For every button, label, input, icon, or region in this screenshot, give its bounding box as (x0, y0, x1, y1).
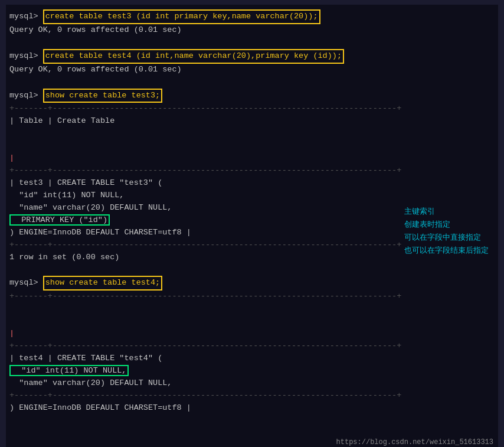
sep-top-1: +-------+-------------------------------… (9, 103, 495, 115)
table-row-2-l5-text: "name" varchar(20) DEFAULT NULL, (9, 377, 172, 390)
command-line-4: mysql> show create table test4; (9, 276, 495, 291)
blank-2 (9, 76, 495, 89)
table-row-1-l3-text: "name" varchar(20) DEFAULT NULL, (9, 202, 172, 214)
cmd-3: show create table test3; (43, 89, 162, 103)
sep-top-text-2: +-------+-------------------------------… (9, 291, 401, 303)
cursor-2: | (9, 328, 14, 340)
sep-top-2: +-------+-------------------------------… (9, 291, 495, 303)
command-line-3: mysql> show create table test3; (9, 89, 495, 103)
table-row-1-l2: "id" int(11) NOT NULL, (9, 190, 495, 202)
table-header-2: | (9, 303, 495, 340)
prompt-1: mysql> (9, 11, 43, 23)
sep-mid-2: +-------+-------------------------------… (9, 340, 495, 353)
annotation-line-4: 也可以在字段结束后指定 (404, 244, 489, 257)
blank-3 (9, 263, 495, 276)
table-row-1-l2-text: "id" int(11) NOT NULL, (9, 190, 124, 202)
blank-1 (9, 37, 495, 49)
prompt-2: mysql> (9, 50, 43, 63)
result-text-1: Query OK, 0 rows affected (0.01 sec) (9, 24, 182, 37)
terminal: mysql> create table test3 (id int primar… (6, 5, 498, 447)
table-row-1-pk-text: PRIMARY KEY ("id") (9, 214, 110, 227)
table-row-1-l1-text: | test3 | CREATE TABLE "test3" ( (9, 177, 162, 190)
table-row-2-pk: "id" int(11) NOT NULL, (9, 365, 495, 377)
sep-mid-1: +-------+-------------------------------… (9, 165, 495, 177)
table-row-2-l3: | test4 | CREATE TABLE "test4" ( (9, 353, 495, 365)
rowcount-text-1: 1 row in set (0.00 sec) (9, 252, 119, 264)
sep-mid-text-1: +-------+-------------------------------… (9, 165, 401, 177)
table-header-1: | Table | Create Table | (9, 115, 495, 165)
command-line-2: mysql> create table test4 (id int,name v… (9, 49, 495, 64)
rowcount-2: ) ENGINE=InnoDB DEFAULT CHARSET=utf8 | (9, 402, 495, 415)
cmd-2: create table test4 (id int,name varchar(… (43, 49, 344, 64)
cmd-4: show create table test4; (43, 276, 162, 291)
sep-bottom-text-2: +-------+-------------------------------… (9, 390, 401, 402)
pk-highlight-2: "id" int(11) NOT NULL, (9, 365, 129, 376)
annotation-block: 主键索引 创建表时指定 可以在字段中直接指定 也可以在字段结束后指定 (404, 205, 489, 257)
table-row-2-l5: "name" varchar(20) DEFAULT NULL, (9, 377, 495, 390)
prompt-3: mysql> (9, 90, 43, 102)
result-line-1: Query OK, 0 rows affected (0.01 sec) (9, 24, 495, 37)
result-line-2: Query OK, 0 rows affected (0.01 sec) (9, 64, 495, 76)
pk-highlight-1: PRIMARY KEY ("id") (9, 214, 110, 226)
rowcount-text-2: ) ENGINE=InnoDB DEFAULT CHARSET=utf8 | (9, 402, 191, 415)
sep-text-1: +-------+-------------------------------… (9, 103, 401, 115)
table-row-2-pk-text: "id" int(11) NOT NULL, (9, 365, 129, 377)
prompt-4: mysql> (9, 277, 43, 289)
table-row-1-l5-text: ) ENGINE=InnoDB DEFAULT CHARSET=utf8 | (9, 227, 191, 239)
command-line-1: mysql> create table test3 (id int primar… (9, 9, 495, 24)
sep-bottom-2: +-------+-------------------------------… (9, 390, 495, 402)
annotation-line-3: 可以在字段中直接指定 (404, 231, 489, 244)
result-text-2: Query OK, 0 rows affected (0.01 sec) (9, 64, 182, 76)
sep-bottom-text-1: +-------+-------------------------------… (9, 239, 401, 252)
annotation-line-1: 主键索引 (404, 205, 489, 218)
cursor-1: | (9, 152, 14, 165)
cmd-1: create table test3 (id int primary key,n… (43, 9, 320, 24)
table-row-2-l3-text: | test4 | CREATE TABLE "test4" ( (9, 353, 162, 365)
table-row-1-l1: | test3 | CREATE TABLE "test3" ( (9, 177, 495, 190)
watermark: https://blog.csdn.net/weixin_51613313 (336, 437, 493, 447)
annotation-line-2: 创建表时指定 (404, 218, 489, 231)
sep-mid-text-2: +-------+-------------------------------… (9, 340, 401, 353)
table-header-text-1: | Table | Create Table (9, 115, 114, 128)
